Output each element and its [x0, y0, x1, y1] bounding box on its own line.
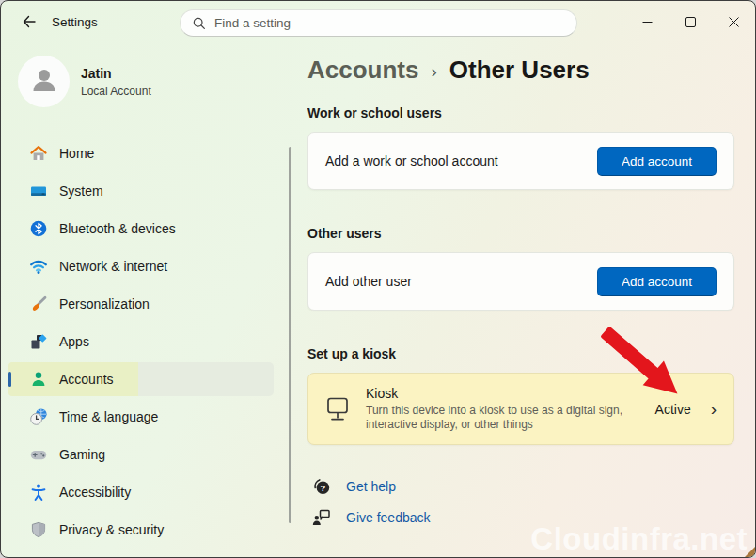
settings-window: Settings Jatin Local Account — [0, 0, 756, 558]
network-icon — [29, 257, 48, 276]
breadcrumb-chevron-icon: › — [431, 61, 436, 82]
breadcrumb-accounts[interactable]: Accounts — [307, 56, 418, 85]
sidebar-item-bluetooth-devices[interactable]: Bluetooth & devices — [8, 212, 274, 246]
apps-icon — [29, 332, 48, 351]
work-school-row-label: Add a work or school account — [325, 153, 498, 168]
section-label-other-users: Other users — [307, 226, 382, 241]
minimize-button[interactable] — [625, 1, 669, 43]
chevron-right-icon: › — [711, 400, 717, 418]
section-label-kiosk: Set up a kiosk — [307, 346, 396, 361]
get-help-label: Get help — [346, 479, 396, 494]
sidebar-scrollbar[interactable] — [289, 147, 291, 523]
home-icon — [29, 144, 48, 163]
back-button[interactable] — [14, 8, 44, 37]
sidebar-item-label: Apps — [59, 334, 89, 349]
kiosk-text-block: Kiosk Turn this device into a kiosk to u… — [366, 386, 639, 432]
svg-text:?: ? — [320, 483, 325, 493]
sidebar-item-privacy-security[interactable]: Privacy & security — [8, 513, 274, 547]
privacy-security-icon — [29, 520, 48, 539]
sidebar-item-time-language[interactable]: Time & language — [8, 400, 274, 434]
sidebar-item-label: Gaming — [59, 447, 105, 462]
sidebar-item-label: Accessibility — [59, 485, 131, 500]
accessibility-icon — [29, 483, 48, 502]
sidebar-item-personalization[interactable]: Personalization — [8, 287, 274, 321]
sidebar-item-label: System — [59, 183, 103, 199]
bluetooth-icon — [29, 219, 48, 238]
sidebar-item-network-internet[interactable]: Network & internet — [8, 249, 274, 283]
search-icon — [192, 16, 206, 30]
work-school-card: Add a work or school account Add account — [307, 132, 734, 190]
breadcrumb: Accounts › Other Users — [307, 56, 590, 85]
system-icon — [29, 182, 48, 200]
kiosk-title: Kiosk — [366, 386, 639, 401]
maximize-button[interactable] — [669, 1, 712, 43]
give-feedback-icon — [311, 507, 332, 528]
section-label-work-school: Work or school users — [307, 105, 442, 120]
back-arrow-icon — [22, 14, 37, 32]
window-controls — [625, 1, 755, 43]
personalization-icon — [29, 295, 48, 313]
sidebar-item-home[interactable]: Home — [8, 136, 274, 170]
corner-wedge — [745, 547, 755, 557]
get-help-icon: ? — [311, 476, 332, 497]
selected-indicator — [8, 372, 11, 387]
kiosk-icon — [325, 396, 350, 422]
other-users-card: Add other user Add account — [307, 252, 734, 311]
sidebar-item-accessibility[interactable]: Accessibility — [8, 475, 274, 509]
close-button[interactable] — [712, 1, 755, 43]
kiosk-status-badge: Active — [655, 402, 691, 417]
sidebar-item-label: Time & language — [59, 409, 158, 424]
sidebar-item-label: Privacy & security — [59, 522, 164, 537]
user-name: Jatin — [81, 66, 112, 81]
accounts-icon — [29, 370, 48, 389]
page-title: Other Users — [449, 56, 590, 85]
sidebar-item-accounts[interactable]: Accounts — [8, 362, 274, 396]
main-content: Accounts › Other Users Work or school us… — [307, 43, 734, 558]
give-feedback-link[interactable]: Give feedback — [311, 507, 431, 528]
sidebar-item-label: Home — [59, 146, 94, 161]
avatar[interactable] — [18, 56, 70, 107]
gaming-icon — [29, 445, 48, 464]
sidebar-item-label: Network & internet — [59, 259, 167, 274]
sidebar-item-label: Bluetooth & devices — [59, 221, 176, 236]
sidebar-item-label: Personalization — [59, 296, 150, 311]
sidebar-item-label: Accounts — [59, 372, 114, 387]
titlebar: Settings — [1, 1, 755, 43]
sidebar-item-system[interactable]: System — [8, 174, 274, 208]
app-title: Settings — [52, 15, 98, 29]
user-avatar-icon — [28, 64, 60, 99]
sidebar-item-apps[interactable]: Apps — [8, 325, 274, 359]
sidebar: Jatin Local Account Home System Bluetoot… — [1, 43, 300, 558]
search-box[interactable] — [180, 9, 577, 37]
get-help-link[interactable]: ? Get help — [311, 476, 396, 497]
search-input[interactable] — [214, 16, 565, 30]
kiosk-description: Turn this device into a kiosk to use as … — [366, 404, 639, 432]
other-users-row-label: Add other user — [325, 274, 412, 289]
give-feedback-label: Give feedback — [346, 510, 431, 525]
time-language-icon — [29, 407, 48, 426]
sidebar-item-gaming[interactable]: Gaming — [8, 438, 274, 471]
add-other-user-button[interactable]: Add account — [597, 267, 717, 296]
kiosk-right-group: Active › — [655, 400, 717, 418]
kiosk-card[interactable]: Kiosk Turn this device into a kiosk to u… — [307, 373, 734, 445]
sidebar-nav: Home System Bluetooth & devices Network … — [8, 136, 274, 550]
user-account-type: Local Account — [81, 85, 151, 98]
add-work-school-account-button[interactable]: Add account — [597, 147, 717, 176]
